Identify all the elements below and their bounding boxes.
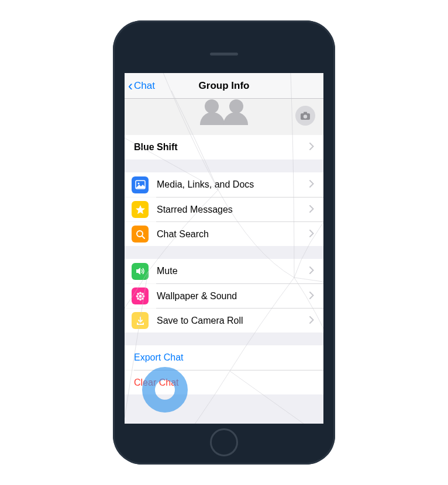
export-chat-cell[interactable]: Export Chat <box>125 345 323 370</box>
media-links-docs-cell[interactable]: Media, Links, and Docs <box>125 172 323 197</box>
actions-section: Export Chat Clear Chat <box>125 345 323 394</box>
photo-icon <box>132 176 149 193</box>
svg-point-13 <box>141 293 143 295</box>
cell-label: Save to Camera Roll <box>157 316 309 326</box>
chat-search-cell[interactable]: Chat Search <box>125 221 323 246</box>
cell-label: Starred Messages <box>157 205 309 215</box>
svg-point-11 <box>142 295 144 297</box>
wallpaper-sound-cell[interactable]: Wallpaper & Sound <box>125 283 323 308</box>
svg-rect-1 <box>304 112 307 115</box>
phone-speaker <box>210 53 238 56</box>
svg-point-10 <box>136 295 138 297</box>
back-button[interactable]: ‹ Chat <box>125 79 155 93</box>
camera-button[interactable] <box>295 106 315 126</box>
group-name-cell[interactable]: Blue Shift <box>125 135 323 160</box>
speaker-icon <box>132 263 149 280</box>
settings-section: Mute Wallpaper & Sound Save to Camera Ro… <box>125 259 323 332</box>
home-button[interactable] <box>210 428 238 456</box>
chevron-right-icon <box>309 266 314 276</box>
svg-point-14 <box>137 297 139 299</box>
cell-label: Clear Chat <box>134 377 314 388</box>
chevron-right-icon <box>309 180 314 189</box>
svg-point-15 <box>141 297 143 299</box>
chevron-right-icon <box>309 230 314 239</box>
chevron-right-icon <box>309 143 314 152</box>
svg-line-6 <box>142 236 144 238</box>
group-avatar-icon <box>203 104 245 125</box>
cell-label: Mute <box>157 266 309 276</box>
svg-point-12 <box>137 293 139 295</box>
save-camera-roll-cell[interactable]: Save to Camera Roll <box>125 308 323 332</box>
group-avatar-section <box>125 99 323 135</box>
group-name-label: Blue Shift <box>134 142 309 153</box>
download-icon <box>132 312 149 329</box>
starred-messages-cell[interactable]: Starred Messages <box>125 197 323 221</box>
star-icon <box>132 201 149 218</box>
cell-label: Export Chat <box>134 352 314 363</box>
svg-point-9 <box>139 298 142 300</box>
cell-label: Wallpaper & Sound <box>157 291 309 302</box>
media-section: Media, Links, and Docs Starred Messages … <box>125 172 323 246</box>
chevron-right-icon <box>309 205 314 214</box>
svg-point-7 <box>139 295 142 297</box>
mute-cell[interactable]: Mute <box>125 259 323 283</box>
page-title: Group Info <box>199 80 250 92</box>
camera-icon <box>300 112 311 120</box>
screen: ‹ Chat Group Info Blue Shif <box>125 73 323 424</box>
chevron-left-icon: ‹ <box>128 79 133 93</box>
svg-point-4 <box>137 183 139 185</box>
phone-frame: ‹ Chat Group Info Blue Shif <box>113 20 335 465</box>
chevron-right-icon <box>309 292 314 301</box>
cell-label: Chat Search <box>157 229 309 240</box>
svg-point-8 <box>139 292 142 294</box>
flower-icon <box>132 287 149 304</box>
navbar: ‹ Chat Group Info <box>125 73 323 99</box>
svg-point-2 <box>304 115 307 118</box>
group-name-section: Blue Shift <box>125 135 323 160</box>
clear-chat-cell[interactable]: Clear Chat <box>125 370 323 394</box>
search-icon <box>132 226 149 243</box>
chevron-right-icon <box>309 316 314 325</box>
back-label: Chat <box>134 80 155 92</box>
cell-label: Media, Links, and Docs <box>157 179 309 190</box>
